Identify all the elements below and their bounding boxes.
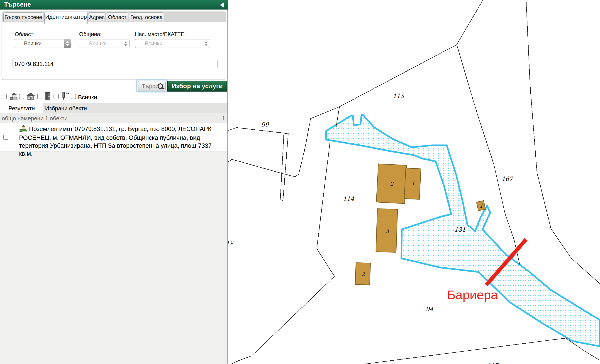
filter-object-checkbox[interactable] xyxy=(37,94,42,99)
parcel-icon xyxy=(9,92,18,101)
oblast-select-arrows xyxy=(64,39,71,48)
panel-titlebar: Търсене ◀ xyxy=(0,0,228,9)
cadastral-map-svg: 2 1 3 2 1 113 99 167 114 131 94 115 о е … xyxy=(228,0,600,364)
parcel-label-167: 167 xyxy=(502,175,514,182)
map-canvas[interactable]: 2 1 3 2 1 113 99 167 114 131 94 115 о е … xyxy=(228,0,600,364)
filter-building-checkbox[interactable] xyxy=(19,94,24,99)
building-label: 1 xyxy=(411,180,415,187)
parcel-label-115: 115 xyxy=(487,362,499,364)
filter-all-checkbox[interactable] xyxy=(71,94,76,99)
geopoint-icon: x,y xyxy=(61,91,71,101)
chevron-up-icon xyxy=(205,41,207,43)
nas-myasto-label: Нас. място/ЕКАТТЕ: xyxy=(135,31,186,37)
search-tabstrip: Бързо търсене Идентификатор Адрес Област… xyxy=(2,12,226,22)
obshtina-select[interactable]: --- Всички --- xyxy=(79,39,130,48)
parcel-label-131: 131 xyxy=(454,226,466,233)
chevron-up-icon xyxy=(66,41,69,43)
oblast-select[interactable]: --- Всички --- xyxy=(14,39,71,48)
nas-myasto-select[interactable]: --- Всички --- xyxy=(135,39,210,48)
building-label: 2 xyxy=(390,181,394,187)
oblast-select-value: --- Всички --- xyxy=(17,40,48,46)
search-button-focus-ring: Търси xyxy=(136,79,168,92)
tab-selected-objects[interactable]: Избрани обекти xyxy=(43,103,89,113)
magnifier-icon xyxy=(158,83,163,89)
results-count-text: общо намерени 1 обекти xyxy=(2,113,68,123)
nas-myasto-select-value: --- Всички --- xyxy=(138,40,169,46)
tab-results[interactable]: Резултати xyxy=(0,103,43,113)
building-label: 3 xyxy=(385,228,389,234)
collapse-panel-icon[interactable]: ◀ xyxy=(220,1,224,9)
result-text: Поземлен имот 07079.831.131, гр. Бургас,… xyxy=(19,126,212,157)
parcel-label-113: 113 xyxy=(393,92,404,99)
tab-quick-search[interactable]: Бързо търсене xyxy=(3,12,43,21)
tab-identifier[interactable]: Идентификатор xyxy=(45,12,87,24)
filter-geopoint-checkbox[interactable] xyxy=(54,94,59,99)
door-icon xyxy=(45,92,50,101)
tab-address[interactable]: Адрес xyxy=(88,12,105,21)
filter-all-label: Всички xyxy=(78,94,97,101)
search-form-box: Бързо търсене Идентификатор Адрес Област… xyxy=(2,12,226,80)
street-name-fragment: о е xyxy=(228,239,234,245)
search-button[interactable]: Търси xyxy=(138,81,166,91)
obshtina-label: Община: xyxy=(79,31,102,37)
result-checkbox[interactable] xyxy=(3,135,8,140)
parcel-label-114: 114 xyxy=(343,195,354,202)
search-button-label: Търси xyxy=(142,83,159,90)
services-button[interactable]: Избор на услуги xyxy=(167,81,227,91)
app: Търсене ◀ Бързо търсене Идентификатор Ад… xyxy=(0,0,600,364)
tab-oblast[interactable]: Област xyxy=(106,12,128,21)
chevron-up-icon xyxy=(124,41,127,43)
oblast-label: Област: xyxy=(15,31,35,37)
parcel-label-94: 94 xyxy=(426,306,433,312)
building-label: 2 xyxy=(361,271,365,277)
parcel-label-99: 99 xyxy=(261,121,269,128)
tab-geod-basis[interactable]: Геод. основа xyxy=(129,12,164,21)
svg-text:x,y: x,y xyxy=(66,91,69,94)
result-text-block: Поземлен имот 07079.831.131, гр. Бургас,… xyxy=(19,125,225,158)
building-label: 1 xyxy=(480,203,483,209)
panel-empty-area xyxy=(0,151,227,364)
chevron-down-icon xyxy=(66,44,69,46)
chevron-down-icon xyxy=(205,45,207,46)
results-count-number: 1 xyxy=(222,113,225,123)
building-icon xyxy=(26,92,35,101)
filter-parcel-checkbox[interactable] xyxy=(2,94,7,99)
identifier-input[interactable] xyxy=(12,60,218,68)
parcel-result-icon xyxy=(19,125,27,134)
chevron-down-icon xyxy=(124,45,127,46)
obshtina-select-value: --- Всички --- xyxy=(82,40,114,46)
panel-title: Търсене xyxy=(4,1,31,8)
results-tabstrip: Резултати Избрани обекти xyxy=(0,103,227,114)
result-item[interactable]: Поземлен имот 07079.831.131, гр. Бургас,… xyxy=(0,123,227,151)
barrier-label: Бариера xyxy=(447,288,498,302)
results-statusbar: общо намерени 1 обекти 1 xyxy=(0,113,227,124)
search-panel: Търсене ◀ Бързо търсене Идентификатор Ад… xyxy=(0,0,228,364)
